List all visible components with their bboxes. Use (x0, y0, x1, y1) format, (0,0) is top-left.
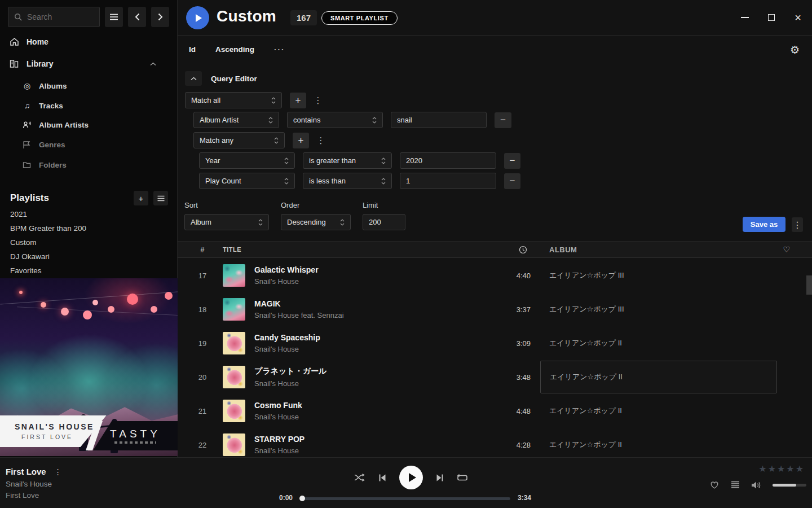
chevron-up-icon[interactable] (150, 62, 156, 66)
star-icon[interactable]: ★ (777, 463, 785, 474)
column-title[interactable]: TITLE (223, 246, 241, 253)
sidebar-item-tracks[interactable]: ♫ Tracks (23, 101, 63, 110)
track-album[interactable]: エイリアン☆ポップ II (540, 327, 777, 360)
now-playing-artist[interactable]: Snail's House (6, 480, 52, 488)
playlist-item[interactable]: DJ Okawari (10, 252, 50, 261)
rule-operator-select[interactable]: is less than (303, 173, 392, 189)
rule-value-field[interactable] (400, 173, 496, 189)
library-icon (9, 59, 19, 68)
sidebar-item-folders[interactable]: Folders (23, 161, 67, 169)
track-row[interactable]: 22 STARRY POP Snail's House 4:28 エイリアン☆ポ… (178, 428, 812, 457)
shuffle-button[interactable] (354, 473, 365, 482)
order-select[interactable]: Descending (281, 214, 351, 230)
repeat-button[interactable] (457, 474, 468, 482)
scrollbar-thumb[interactable] (806, 275, 812, 295)
limit-field[interactable] (363, 214, 405, 230)
match-type-select[interactable]: Match any (193, 132, 285, 148)
close-button[interactable]: × (792, 11, 804, 24)
menu-button[interactable] (105, 7, 123, 27)
now-playing-artwork[interactable]: SNAIL'S HOUSE FIRST LOVE TASTY (0, 278, 178, 456)
track-options-icon[interactable]: ⋮ (54, 467, 62, 476)
save-as-button[interactable]: Save as (743, 217, 785, 232)
next-button[interactable] (436, 474, 444, 482)
star-icon[interactable]: ★ (796, 463, 804, 474)
add-playlist-button[interactable]: + (134, 191, 148, 205)
playlist-item[interactable]: Custom (10, 238, 37, 247)
play-button[interactable] (399, 466, 423, 489)
now-playing-album[interactable]: First Love (6, 491, 39, 500)
remove-rule-button[interactable]: − (504, 173, 520, 189)
rating-stars[interactable]: ★★★★★ (758, 463, 804, 474)
rule-value-field[interactable] (400, 152, 496, 169)
favorite-button[interactable] (709, 480, 720, 489)
star-icon[interactable]: ★ (768, 463, 776, 474)
settings-gear-icon[interactable]: ⚙ (790, 43, 800, 56)
track-album[interactable]: エイリアン☆ポップ III (540, 259, 777, 292)
group-options-icon[interactable]: ⋮ (317, 135, 325, 146)
track-row[interactable]: 19 Candy Spaceship Snail's House 3:09 エイ… (178, 326, 812, 360)
track-row[interactable]: 20 プラネット・ガール Snail's House 3:48 エイリアン☆ポッ… (178, 360, 812, 394)
remove-rule-button[interactable]: − (504, 153, 520, 169)
sort-select[interactable]: Album (184, 214, 269, 230)
limit-input[interactable] (369, 218, 399, 226)
sidebar-item-label: Library (27, 59, 53, 68)
sort-direction-button[interactable]: Ascending (215, 45, 254, 54)
group-options-icon[interactable]: ⋮ (314, 95, 322, 106)
minimize-button[interactable] (739, 11, 751, 24)
rule-value-input[interactable] (406, 177, 490, 185)
track-album[interactable]: エイリアン☆ポップ II (540, 395, 777, 427)
rule-operator-select[interactable]: contains (287, 112, 383, 128)
sidebar-item-album-artists[interactable]: Album Artists (23, 121, 89, 129)
match-type-select[interactable]: Match all (185, 92, 282, 108)
track-row[interactable]: 18 MAGIK Snail's House feat. Sennzai 3:3… (178, 292, 812, 326)
search-box[interactable] (8, 7, 100, 27)
rule-operator-select[interactable]: is greater than (303, 152, 392, 169)
remove-rule-button[interactable]: − (495, 112, 511, 128)
add-rule-button[interactable]: + (293, 133, 309, 148)
updown-icon (340, 218, 345, 226)
track-album-focused[interactable]: エイリアン☆ポップ II (540, 361, 777, 393)
add-rule-button[interactable]: + (290, 93, 306, 108)
track-title-cell: STARRY POP Snail's House (254, 435, 486, 455)
track-album[interactable]: エイリアン☆ポップ III (540, 293, 777, 326)
rule-value-field[interactable] (391, 112, 487, 128)
now-playing-title[interactable]: First Love (6, 467, 46, 476)
more-options-button[interactable]: ··· (274, 45, 285, 54)
column-album[interactable]: ALBUM (540, 246, 777, 254)
playlist-item[interactable]: 2021 (10, 210, 27, 218)
progress-bar[interactable] (302, 497, 510, 500)
sidebar-item-albums[interactable]: ◎ Albums (23, 81, 67, 90)
collapse-query-editor-button[interactable] (185, 71, 202, 86)
search-input[interactable] (27, 12, 89, 21)
column-number[interactable]: # (191, 246, 214, 254)
rule-value-input[interactable] (397, 116, 480, 124)
track-row[interactable]: 21 Cosmo Funk Snail's House 4:48 エイリアン☆ポ… (178, 394, 812, 428)
volume-slider[interactable] (773, 484, 806, 487)
playlist-item[interactable]: BPM Greater than 200 (10, 224, 86, 233)
rule-field-select[interactable]: Year (199, 152, 295, 169)
playlist-list-button[interactable] (153, 191, 168, 205)
queue-button[interactable] (731, 481, 740, 489)
play-playlist-button[interactable] (186, 6, 209, 29)
previous-button[interactable] (378, 474, 386, 482)
nav-forward-button[interactable] (151, 7, 169, 27)
star-icon[interactable]: ★ (758, 463, 766, 474)
star-icon[interactable]: ★ (786, 463, 794, 474)
column-duration[interactable] (486, 246, 531, 254)
save-options-icon[interactable]: ⋮ (792, 217, 803, 232)
sidebar-item-library[interactable]: Library (9, 59, 169, 68)
column-favorite[interactable]: ♡ (777, 245, 796, 254)
rule-value-input[interactable] (406, 156, 490, 165)
rule-field-select[interactable]: Play Count (199, 173, 295, 189)
playlist-item[interactable]: Favorites (10, 266, 42, 275)
track-row[interactable]: 17 Galactic Whisper Snail's House 4:40 エ… (178, 259, 812, 292)
track-album[interactable]: エイリアン☆ポップ II (540, 428, 777, 457)
volume-button[interactable] (751, 481, 761, 489)
sidebar-item-genres[interactable]: Genres (23, 141, 65, 149)
sidebar-item-home[interactable]: Home (9, 37, 48, 46)
sort-field-button[interactable]: Id (189, 45, 196, 54)
progress-handle[interactable] (299, 496, 305, 501)
nav-back-button[interactable] (128, 7, 146, 27)
rule-field-select[interactable]: Album Artist (193, 112, 279, 128)
maximize-button[interactable] (765, 11, 778, 24)
